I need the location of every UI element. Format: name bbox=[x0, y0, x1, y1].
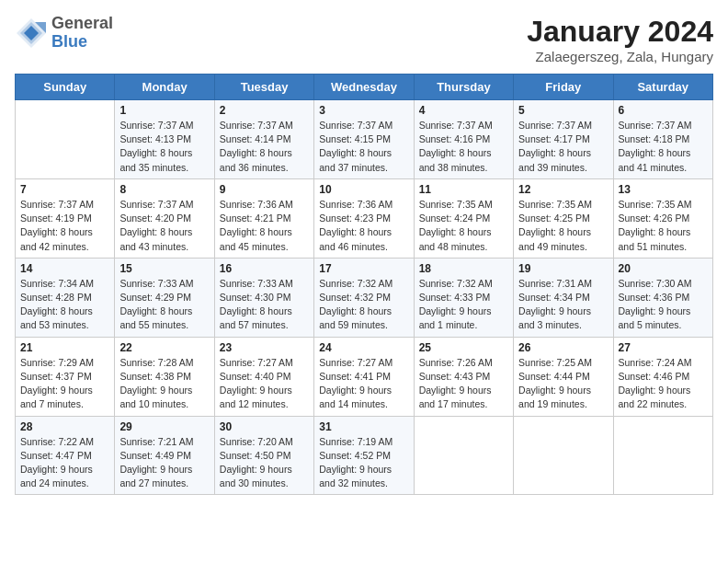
day-info: Sunrise: 7:37 AMSunset: 4:17 PMDaylight:… bbox=[518, 119, 608, 175]
day-number: 22 bbox=[119, 341, 209, 354]
page-subtitle: Zalaegerszeg, Zala, Hungary bbox=[527, 49, 713, 64]
day-number: 20 bbox=[619, 262, 708, 275]
calendar-cell: 10Sunrise: 7:36 AMSunset: 4:23 PMDayligh… bbox=[314, 178, 414, 258]
day-info: Sunrise: 7:20 AMSunset: 4:50 PMDaylight:… bbox=[220, 435, 309, 491]
calendar-cell: 31Sunrise: 7:19 AMSunset: 4:52 PMDayligh… bbox=[314, 416, 414, 495]
day-number: 10 bbox=[319, 183, 408, 196]
calendar-week-row: 14Sunrise: 7:34 AMSunset: 4:28 PMDayligh… bbox=[16, 258, 713, 337]
calendar-table: SundayMondayTuesdayWednesdayThursdayFrid… bbox=[15, 74, 713, 495]
title-block: January 2024 Zalaegerszeg, Zala, Hungary bbox=[527, 15, 713, 64]
day-number: 8 bbox=[119, 183, 209, 196]
day-number: 18 bbox=[419, 262, 508, 275]
calendar-cell bbox=[514, 416, 613, 495]
day-info: Sunrise: 7:33 AMSunset: 4:29 PMDaylight:… bbox=[119, 277, 209, 333]
day-number: 28 bbox=[20, 420, 109, 433]
calendar-cell bbox=[16, 100, 115, 179]
calendar-cell: 18Sunrise: 7:32 AMSunset: 4:33 PMDayligh… bbox=[414, 258, 513, 337]
calendar-week-row: 21Sunrise: 7:29 AMSunset: 4:37 PMDayligh… bbox=[16, 337, 713, 416]
day-info: Sunrise: 7:37 AMSunset: 4:14 PMDaylight:… bbox=[220, 119, 309, 175]
day-number: 13 bbox=[619, 183, 708, 196]
day-info: Sunrise: 7:25 AMSunset: 4:44 PMDaylight:… bbox=[518, 356, 608, 412]
day-info: Sunrise: 7:27 AMSunset: 4:41 PMDaylight:… bbox=[319, 356, 408, 412]
day-info: Sunrise: 7:37 AMSunset: 4:16 PMDaylight:… bbox=[419, 119, 508, 175]
day-number: 7 bbox=[20, 183, 109, 196]
weekday-header: Monday bbox=[115, 75, 214, 100]
calendar-cell: 7Sunrise: 7:37 AMSunset: 4:19 PMDaylight… bbox=[16, 178, 115, 258]
day-info: Sunrise: 7:28 AMSunset: 4:38 PMDaylight:… bbox=[119, 356, 209, 412]
day-info: Sunrise: 7:27 AMSunset: 4:40 PMDaylight:… bbox=[220, 356, 309, 412]
day-info: Sunrise: 7:37 AMSunset: 4:20 PMDaylight:… bbox=[119, 198, 209, 254]
calendar-cell: 25Sunrise: 7:26 AMSunset: 4:43 PMDayligh… bbox=[414, 337, 513, 416]
calendar-cell: 22Sunrise: 7:28 AMSunset: 4:38 PMDayligh… bbox=[115, 337, 214, 416]
calendar-cell: 4Sunrise: 7:37 AMSunset: 4:16 PMDaylight… bbox=[414, 100, 513, 179]
day-number: 24 bbox=[319, 341, 408, 354]
day-number: 25 bbox=[419, 341, 508, 354]
weekday-header-row: SundayMondayTuesdayWednesdayThursdayFrid… bbox=[16, 75, 713, 100]
calendar-cell: 28Sunrise: 7:22 AMSunset: 4:47 PMDayligh… bbox=[16, 416, 115, 495]
day-number: 26 bbox=[518, 341, 608, 354]
day-number: 30 bbox=[220, 420, 309, 433]
logo-text: General Blue bbox=[51, 15, 113, 52]
calendar-cell: 9Sunrise: 7:36 AMSunset: 4:21 PMDaylight… bbox=[214, 178, 313, 258]
day-number: 31 bbox=[319, 420, 408, 433]
day-info: Sunrise: 7:35 AMSunset: 4:26 PMDaylight:… bbox=[619, 198, 708, 254]
calendar-cell: 17Sunrise: 7:32 AMSunset: 4:32 PMDayligh… bbox=[314, 258, 414, 337]
page-header: General Blue January 2024 Zalaegerszeg, … bbox=[15, 15, 713, 64]
calendar-cell: 20Sunrise: 7:30 AMSunset: 4:36 PMDayligh… bbox=[613, 258, 712, 337]
day-number: 11 bbox=[419, 183, 508, 196]
day-number: 16 bbox=[220, 262, 309, 275]
calendar-cell: 19Sunrise: 7:31 AMSunset: 4:34 PMDayligh… bbox=[514, 258, 613, 337]
calendar-week-row: 7Sunrise: 7:37 AMSunset: 4:19 PMDaylight… bbox=[16, 178, 713, 258]
calendar-cell: 27Sunrise: 7:24 AMSunset: 4:46 PMDayligh… bbox=[613, 337, 712, 416]
calendar-cell: 6Sunrise: 7:37 AMSunset: 4:18 PMDaylight… bbox=[613, 100, 712, 179]
calendar-cell: 16Sunrise: 7:33 AMSunset: 4:30 PMDayligh… bbox=[214, 258, 313, 337]
day-number: 23 bbox=[220, 341, 309, 354]
calendar-cell: 23Sunrise: 7:27 AMSunset: 4:40 PMDayligh… bbox=[214, 337, 313, 416]
day-number: 21 bbox=[20, 341, 109, 354]
calendar-cell: 12Sunrise: 7:35 AMSunset: 4:25 PMDayligh… bbox=[514, 178, 613, 258]
day-number: 6 bbox=[619, 104, 708, 117]
day-number: 14 bbox=[20, 262, 109, 275]
calendar-cell: 13Sunrise: 7:35 AMSunset: 4:26 PMDayligh… bbox=[613, 178, 712, 258]
day-number: 19 bbox=[518, 262, 608, 275]
day-number: 12 bbox=[518, 183, 608, 196]
day-number: 4 bbox=[419, 104, 508, 117]
day-info: Sunrise: 7:35 AMSunset: 4:24 PMDaylight:… bbox=[419, 198, 508, 254]
day-info: Sunrise: 7:32 AMSunset: 4:33 PMDaylight:… bbox=[419, 277, 508, 333]
logo-line2: Blue bbox=[51, 33, 113, 52]
day-info: Sunrise: 7:34 AMSunset: 4:28 PMDaylight:… bbox=[20, 277, 109, 333]
day-info: Sunrise: 7:24 AMSunset: 4:46 PMDaylight:… bbox=[619, 356, 708, 412]
day-info: Sunrise: 7:32 AMSunset: 4:32 PMDaylight:… bbox=[319, 277, 408, 333]
day-info: Sunrise: 7:29 AMSunset: 4:37 PMDaylight:… bbox=[20, 356, 109, 412]
day-number: 17 bbox=[319, 262, 408, 275]
calendar-cell: 3Sunrise: 7:37 AMSunset: 4:15 PMDaylight… bbox=[314, 100, 414, 179]
logo-line1: General bbox=[51, 15, 113, 33]
day-info: Sunrise: 7:36 AMSunset: 4:23 PMDaylight:… bbox=[319, 198, 408, 254]
day-number: 3 bbox=[319, 104, 408, 117]
weekday-header: Sunday bbox=[16, 75, 115, 100]
calendar-cell bbox=[414, 416, 513, 495]
day-number: 2 bbox=[220, 104, 309, 117]
page-title: January 2024 bbox=[527, 15, 713, 49]
calendar-cell: 8Sunrise: 7:37 AMSunset: 4:20 PMDaylight… bbox=[115, 178, 214, 258]
weekday-header: Tuesday bbox=[214, 75, 313, 100]
weekday-header: Wednesday bbox=[314, 75, 414, 100]
day-info: Sunrise: 7:31 AMSunset: 4:34 PMDaylight:… bbox=[518, 277, 608, 333]
day-info: Sunrise: 7:37 AMSunset: 4:15 PMDaylight:… bbox=[319, 119, 408, 175]
calendar-cell: 21Sunrise: 7:29 AMSunset: 4:37 PMDayligh… bbox=[16, 337, 115, 416]
day-number: 9 bbox=[220, 183, 309, 196]
calendar-cell: 5Sunrise: 7:37 AMSunset: 4:17 PMDaylight… bbox=[514, 100, 613, 179]
calendar-cell: 26Sunrise: 7:25 AMSunset: 4:44 PMDayligh… bbox=[514, 337, 613, 416]
day-info: Sunrise: 7:37 AMSunset: 4:19 PMDaylight:… bbox=[20, 198, 109, 254]
day-info: Sunrise: 7:33 AMSunset: 4:30 PMDaylight:… bbox=[220, 277, 309, 333]
day-info: Sunrise: 7:37 AMSunset: 4:13 PMDaylight:… bbox=[119, 119, 209, 175]
day-number: 29 bbox=[119, 420, 209, 433]
day-info: Sunrise: 7:22 AMSunset: 4:47 PMDaylight:… bbox=[20, 435, 109, 491]
calendar-week-row: 1Sunrise: 7:37 AMSunset: 4:13 PMDaylight… bbox=[16, 100, 713, 179]
calendar-cell: 1Sunrise: 7:37 AMSunset: 4:13 PMDaylight… bbox=[115, 100, 214, 179]
calendar-cell bbox=[613, 416, 712, 495]
day-info: Sunrise: 7:35 AMSunset: 4:25 PMDaylight:… bbox=[518, 198, 608, 254]
weekday-header: Friday bbox=[514, 75, 613, 100]
calendar-cell: 29Sunrise: 7:21 AMSunset: 4:49 PMDayligh… bbox=[115, 416, 214, 495]
day-number: 5 bbox=[518, 104, 608, 117]
